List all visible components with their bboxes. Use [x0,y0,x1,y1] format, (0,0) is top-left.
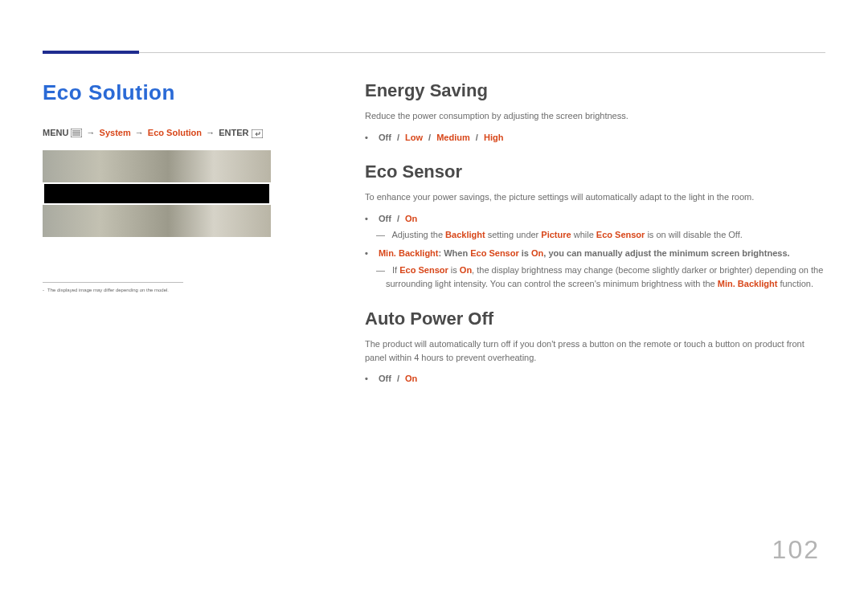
svg-rect-1 [72,130,80,131]
bullet-icon: • [365,133,376,142]
note-adjust-backlight: ― Adjusting the Backlight setting under … [365,228,825,242]
option-row: • Off / On [365,212,825,226]
note-icon: ― [376,265,390,275]
note-icon: ― [376,230,390,239]
section-title-energy-saving: Energy Saving [365,80,825,101]
section-title-auto-power-off: Auto Power Off [365,309,825,329]
section-energy-saving: Energy Saving Reduce the power consumpti… [365,80,825,144]
section-title-eco-sensor: Eco Sensor [365,161,825,182]
svg-rect-2 [72,133,80,133]
enter-icon [252,129,263,138]
arrow-icon: → [204,128,216,137]
option-row: • Off / On [365,372,825,386]
option-high: High [484,133,503,142]
breadcrumb-system: System [100,128,131,137]
option-off: Off [379,214,391,223]
option-row: • Off / Low / Medium / High [365,131,825,145]
left-column: Eco Solution MENU → System → Eco Solutio… [43,80,356,293]
header-accent-bar [43,51,139,54]
footnote-rule [43,282,183,283]
bullet-icon: • [365,248,376,258]
page-title: Eco Solution [43,80,356,105]
arrow-icon: → [133,128,145,137]
arrow-icon: → [85,128,97,137]
breadcrumb-enter: ENTER [219,128,248,137]
option-on: On [405,374,417,383]
manual-page: Eco Solution MENU → System → Eco Solutio… [0,0,868,613]
breadcrumb: MENU → System → Eco Solution → ENTER [43,128,356,139]
menu-icon [71,129,82,139]
option-medium: Medium [436,133,470,142]
note-eco-sensor-brightness: ― If Eco Sensor is On, the display brigh… [365,264,825,291]
option-off: Off [379,374,391,383]
sub-option-min-backlight: • Min. Backlight: When Eco Sensor is On,… [365,247,825,260]
breadcrumb-eco-solution: Eco Solution [148,128,202,137]
bullet-icon: • [365,374,376,383]
menu-screenshot-highlight [43,182,271,205]
page-number: 102 [772,535,820,565]
section-desc: To enhance your power savings, the pictu… [365,190,825,204]
section-desc: Reduce the power consumption by adjustin… [365,109,825,123]
option-off: Off [379,133,391,142]
menu-screenshot [43,150,271,237]
breadcrumb-menu: MENU [43,128,68,137]
section-eco-sensor: Eco Sensor To enhance your power savings… [365,161,825,291]
option-on: On [405,214,417,223]
bullet-icon: • [365,214,376,223]
section-desc: The product will automatically turn off … [365,337,825,364]
right-column: Energy Saving Reduce the power consumpti… [365,80,825,386]
header-rule [139,52,825,53]
section-auto-power-off: Auto Power Off The product will automati… [365,309,825,386]
footnote: -The displayed image may differ dependin… [43,288,332,294]
option-low: Low [405,133,423,142]
svg-rect-3 [72,134,80,135]
